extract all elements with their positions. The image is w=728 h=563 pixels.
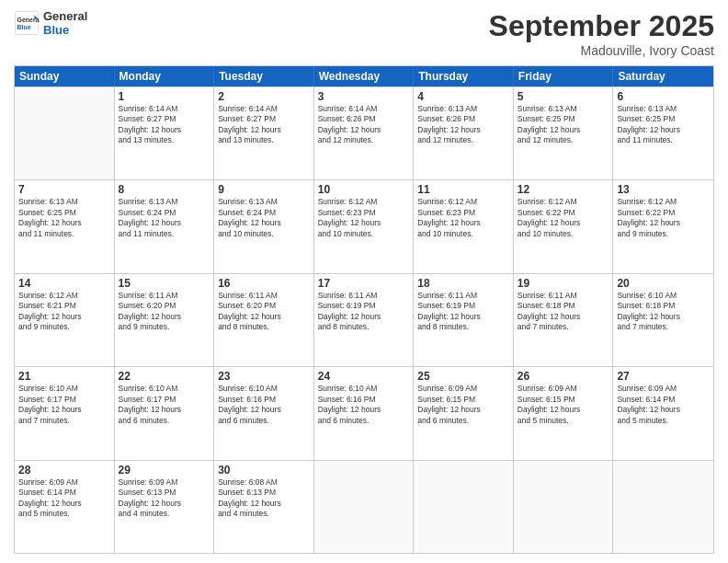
calendar-cell: 7Sunrise: 6:13 AM Sunset: 6:25 PM Daylig… bbox=[15, 180, 115, 272]
calendar-cell: 16Sunrise: 6:11 AM Sunset: 6:20 PM Dayli… bbox=[214, 274, 314, 366]
calendar-cell bbox=[15, 87, 115, 179]
weekday-header: Monday bbox=[115, 66, 215, 86]
logo: General Blue General Blue bbox=[14, 9, 87, 37]
weekday-header: Wednesday bbox=[314, 66, 415, 86]
calendar: SundayMondayTuesdayWednesdayThursdayFrid… bbox=[14, 65, 714, 554]
day-number: 21 bbox=[18, 370, 110, 383]
day-info: Sunrise: 6:09 AM Sunset: 6:14 PM Dayligh… bbox=[18, 477, 110, 520]
calendar-cell: 29Sunrise: 6:09 AM Sunset: 6:13 PM Dayli… bbox=[115, 461, 215, 553]
day-info: Sunrise: 6:11 AM Sunset: 6:19 PM Dayligh… bbox=[417, 291, 509, 333]
calendar-cell: 5Sunrise: 6:13 AM Sunset: 6:25 PM Daylig… bbox=[514, 87, 614, 179]
day-number: 18 bbox=[417, 277, 509, 290]
calendar-cell: 13Sunrise: 6:12 AM Sunset: 6:22 PM Dayli… bbox=[613, 180, 713, 272]
calendar-cell: 20Sunrise: 6:10 AM Sunset: 6:18 PM Dayli… bbox=[613, 274, 713, 366]
calendar-cell: 9Sunrise: 6:13 AM Sunset: 6:24 PM Daylig… bbox=[214, 180, 314, 272]
day-number: 15 bbox=[119, 277, 210, 290]
day-number: 10 bbox=[318, 183, 410, 196]
day-info: Sunrise: 6:12 AM Sunset: 6:22 PM Dayligh… bbox=[617, 197, 710, 239]
day-number: 2 bbox=[218, 90, 310, 103]
calendar-cell: 26Sunrise: 6:09 AM Sunset: 6:15 PM Dayli… bbox=[514, 367, 614, 459]
calendar-cell: 17Sunrise: 6:11 AM Sunset: 6:19 PM Dayli… bbox=[314, 274, 415, 366]
calendar-cell bbox=[314, 461, 415, 553]
day-info: Sunrise: 6:14 AM Sunset: 6:27 PM Dayligh… bbox=[218, 104, 310, 146]
calendar-cell: 19Sunrise: 6:11 AM Sunset: 6:18 PM Dayli… bbox=[514, 274, 614, 366]
day-number: 1 bbox=[119, 90, 210, 103]
calendar-cell: 1Sunrise: 6:14 AM Sunset: 6:27 PM Daylig… bbox=[115, 87, 215, 179]
day-number: 25 bbox=[417, 370, 509, 383]
calendar-cell bbox=[414, 461, 514, 553]
day-number: 7 bbox=[18, 183, 110, 196]
day-number: 26 bbox=[518, 370, 609, 383]
day-info: Sunrise: 6:11 AM Sunset: 6:20 PM Dayligh… bbox=[218, 291, 310, 333]
day-info: Sunrise: 6:10 AM Sunset: 6:17 PM Dayligh… bbox=[119, 384, 210, 426]
calendar-cell: 4Sunrise: 6:13 AM Sunset: 6:26 PM Daylig… bbox=[414, 87, 514, 179]
day-number: 29 bbox=[119, 464, 210, 477]
calendar-cell: 3Sunrise: 6:14 AM Sunset: 6:26 PM Daylig… bbox=[314, 87, 415, 179]
calendar-cell: 21Sunrise: 6:10 AM Sunset: 6:17 PM Dayli… bbox=[15, 367, 115, 459]
day-info: Sunrise: 6:09 AM Sunset: 6:15 PM Dayligh… bbox=[417, 384, 509, 426]
day-info: Sunrise: 6:13 AM Sunset: 6:24 PM Dayligh… bbox=[119, 197, 210, 239]
calendar-cell: 6Sunrise: 6:13 AM Sunset: 6:25 PM Daylig… bbox=[613, 87, 713, 179]
calendar-cell: 30Sunrise: 6:08 AM Sunset: 6:13 PM Dayli… bbox=[214, 461, 314, 553]
day-number: 9 bbox=[218, 183, 310, 196]
header: General Blue General Blue September 2025… bbox=[14, 9, 714, 58]
month-title: September 2025 bbox=[489, 9, 714, 43]
day-number: 8 bbox=[119, 183, 210, 196]
calendar-cell: 23Sunrise: 6:10 AM Sunset: 6:16 PM Dayli… bbox=[214, 367, 314, 459]
calendar-cell: 11Sunrise: 6:12 AM Sunset: 6:23 PM Dayli… bbox=[414, 180, 514, 272]
day-info: Sunrise: 6:10 AM Sunset: 6:18 PM Dayligh… bbox=[617, 291, 710, 333]
location: Madouville, Ivory Coast bbox=[489, 43, 714, 58]
calendar-header: SundayMondayTuesdayWednesdayThursdayFrid… bbox=[15, 66, 713, 86]
day-info: Sunrise: 6:09 AM Sunset: 6:14 PM Dayligh… bbox=[617, 384, 710, 426]
calendar-row: 7Sunrise: 6:13 AM Sunset: 6:25 PM Daylig… bbox=[15, 179, 713, 272]
day-number: 16 bbox=[218, 277, 310, 290]
day-info: Sunrise: 6:11 AM Sunset: 6:18 PM Dayligh… bbox=[518, 291, 609, 333]
day-number: 14 bbox=[18, 277, 110, 290]
logo-blue: Blue bbox=[43, 23, 87, 37]
calendar-row: 28Sunrise: 6:09 AM Sunset: 6:14 PM Dayli… bbox=[15, 460, 713, 553]
day-info: Sunrise: 6:09 AM Sunset: 6:13 PM Dayligh… bbox=[119, 477, 210, 520]
day-number: 27 bbox=[617, 370, 710, 383]
svg-rect-0 bbox=[15, 11, 38, 34]
day-info: Sunrise: 6:13 AM Sunset: 6:25 PM Dayligh… bbox=[617, 104, 710, 146]
day-info: Sunrise: 6:11 AM Sunset: 6:20 PM Dayligh… bbox=[119, 291, 210, 333]
day-info: Sunrise: 6:13 AM Sunset: 6:25 PM Dayligh… bbox=[518, 104, 609, 146]
calendar-row: 21Sunrise: 6:10 AM Sunset: 6:17 PM Dayli… bbox=[15, 366, 713, 459]
day-info: Sunrise: 6:12 AM Sunset: 6:23 PM Dayligh… bbox=[318, 197, 410, 239]
weekday-header: Saturday bbox=[613, 66, 713, 86]
calendar-cell: 25Sunrise: 6:09 AM Sunset: 6:15 PM Dayli… bbox=[414, 367, 514, 459]
day-info: Sunrise: 6:10 AM Sunset: 6:17 PM Dayligh… bbox=[18, 384, 110, 426]
calendar-cell: 14Sunrise: 6:12 AM Sunset: 6:21 PM Dayli… bbox=[15, 274, 115, 366]
title-block: September 2025 Madouville, Ivory Coast bbox=[489, 9, 714, 58]
day-number: 20 bbox=[617, 277, 710, 290]
day-number: 23 bbox=[218, 370, 310, 383]
calendar-cell: 2Sunrise: 6:14 AM Sunset: 6:27 PM Daylig… bbox=[214, 87, 314, 179]
day-info: Sunrise: 6:13 AM Sunset: 6:24 PM Dayligh… bbox=[218, 197, 310, 239]
day-number: 13 bbox=[617, 183, 710, 196]
day-info: Sunrise: 6:08 AM Sunset: 6:13 PM Dayligh… bbox=[218, 477, 310, 520]
day-number: 3 bbox=[318, 90, 410, 103]
day-info: Sunrise: 6:13 AM Sunset: 6:26 PM Dayligh… bbox=[417, 104, 509, 146]
day-number: 17 bbox=[318, 277, 410, 290]
day-number: 5 bbox=[518, 90, 609, 103]
day-info: Sunrise: 6:13 AM Sunset: 6:25 PM Dayligh… bbox=[18, 197, 110, 239]
weekday-header: Thursday bbox=[414, 66, 514, 86]
day-number: 28 bbox=[18, 464, 110, 477]
day-number: 22 bbox=[119, 370, 210, 383]
calendar-cell: 10Sunrise: 6:12 AM Sunset: 6:23 PM Dayli… bbox=[314, 180, 415, 272]
calendar-cell: 22Sunrise: 6:10 AM Sunset: 6:17 PM Dayli… bbox=[115, 367, 215, 459]
day-info: Sunrise: 6:09 AM Sunset: 6:15 PM Dayligh… bbox=[518, 384, 609, 426]
calendar-cell bbox=[514, 461, 614, 553]
calendar-cell: 27Sunrise: 6:09 AM Sunset: 6:14 PM Dayli… bbox=[613, 367, 713, 459]
svg-text:Blue: Blue bbox=[17, 24, 31, 30]
calendar-row: 14Sunrise: 6:12 AM Sunset: 6:21 PM Dayli… bbox=[15, 273, 713, 366]
day-number: 11 bbox=[417, 183, 509, 196]
weekday-header: Friday bbox=[514, 66, 614, 86]
calendar-cell: 15Sunrise: 6:11 AM Sunset: 6:20 PM Dayli… bbox=[115, 274, 215, 366]
page: General Blue General Blue September 2025… bbox=[0, 0, 728, 563]
day-number: 30 bbox=[218, 464, 310, 477]
day-number: 19 bbox=[518, 277, 609, 290]
calendar-cell: 8Sunrise: 6:13 AM Sunset: 6:24 PM Daylig… bbox=[115, 180, 215, 272]
day-number: 24 bbox=[318, 370, 410, 383]
calendar-cell: 18Sunrise: 6:11 AM Sunset: 6:19 PM Dayli… bbox=[414, 274, 514, 366]
